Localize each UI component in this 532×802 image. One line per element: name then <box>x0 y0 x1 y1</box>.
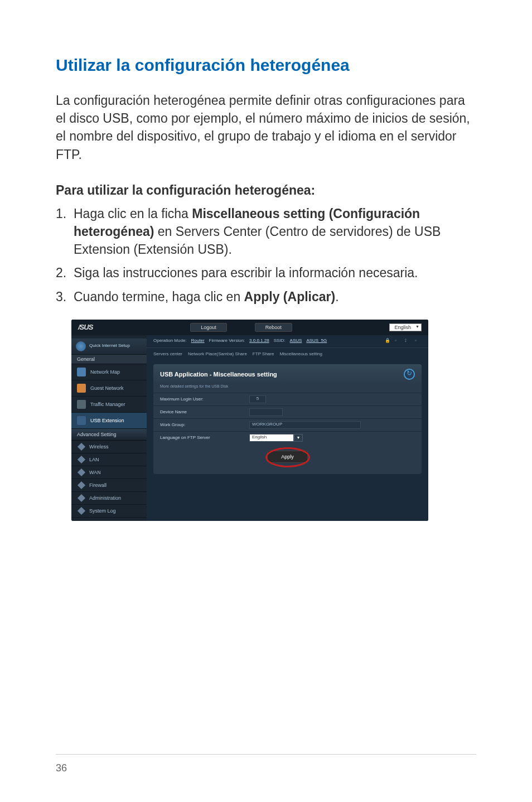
step-item: Siga las instrucciones para escribir la … <box>56 264 476 282</box>
input-max-login[interactable]: 5 <box>249 395 266 403</box>
step-bold: Apply (Aplicar) <box>244 289 336 304</box>
label-work-group: Work Group: <box>160 422 249 427</box>
sidebar-item-label: Traffic Manager <box>90 402 125 407</box>
sidebar-item-label: Firewall <box>89 482 107 488</box>
ssid-link[interactable]: ASUS <box>290 338 302 345</box>
lock-icon: 🔒 <box>385 338 391 345</box>
sidebar-item-label: Administration <box>89 495 121 501</box>
panel-title: USB Application - Miscellaneous setting <box>160 371 277 378</box>
step-text: . <box>335 289 338 304</box>
device-icon: ▫ <box>395 338 402 345</box>
sidebar-item-label: LAN <box>89 457 99 462</box>
sidebar-item-wan[interactable]: WAN <box>71 466 147 479</box>
printer-icon: ▫ <box>415 338 422 345</box>
op-mode-label: Operation Mode: <box>153 338 187 345</box>
wrench-icon <box>78 456 85 463</box>
sidebar-item-system-log[interactable]: System Log <box>71 505 147 518</box>
ss-main: Operation Mode: Router Firmware Version:… <box>147 335 428 521</box>
row-work-group: Work Group: WORKGROUP <box>153 418 422 431</box>
settings-panel: USB Application - Miscellaneous setting … <box>153 364 422 474</box>
globe-icon <box>76 341 86 351</box>
quick-setup-label: Quick Internet Setup <box>89 344 130 349</box>
sidebar-item-label: Wireless <box>89 444 109 450</box>
ssid-label: SSID: <box>274 338 286 345</box>
network-map-icon <box>77 368 86 376</box>
traffic-manager-icon <box>77 400 86 409</box>
step-text: Siga las instrucciones para escribir la … <box>74 265 418 280</box>
panel-subtitle: More detailed settings for the USB Disk <box>153 384 422 393</box>
row-max-login: Maximum Login User: 5 <box>153 393 422 405</box>
intro-paragraph: La configuración heterogénea permite def… <box>56 91 476 163</box>
sidebar-item-guest-network[interactable]: Guest Network <box>71 380 147 397</box>
wrench-icon <box>78 443 85 450</box>
footer-line <box>56 754 476 755</box>
status-icons: 🔒 ▫ ⟟ ▫ <box>385 338 422 345</box>
wrench-icon <box>78 482 85 489</box>
label-max-login: Maximum Login User: <box>160 397 249 402</box>
op-mode-link[interactable]: Router <box>191 338 205 345</box>
refresh-icon[interactable] <box>404 369 415 380</box>
info-bar: Operation Mode: Router Firmware Version:… <box>147 335 428 348</box>
select-ftp-language[interactable]: English <box>249 434 294 442</box>
sidebar-item-wireless[interactable]: Wireless <box>71 441 147 453</box>
chevron-down-icon[interactable]: ▼ <box>294 434 303 442</box>
reboot-button[interactable]: Reboot <box>255 323 292 332</box>
ssid-5g-link[interactable]: ASUS_5G <box>306 338 327 345</box>
row-device-name: Device Name <box>153 405 422 418</box>
sidebar-item-label: System Log <box>89 508 116 514</box>
sidebar-item-traffic-manager[interactable]: Traffic Manager <box>71 397 147 413</box>
sidebar-item-label: Network Map <box>90 369 120 375</box>
step-text: Haga clic en la ficha <box>74 206 192 221</box>
sidebar-item-firewall[interactable]: Firewall <box>71 479 147 492</box>
input-work-group[interactable]: WORKGROUP <box>249 421 361 429</box>
wrench-icon <box>78 469 85 476</box>
wrench-icon <box>78 495 85 501</box>
highlight-circle <box>265 447 310 467</box>
usb-icon: ⟟ <box>405 338 412 345</box>
label-ftp-language: Language on FTP Server <box>160 435 249 440</box>
advanced-section-label: Advanced Setting <box>71 429 147 441</box>
tab-bar: Servers center Network Place(Samba) Shar… <box>147 348 428 360</box>
sidebar-item-lan[interactable]: LAN <box>71 453 147 466</box>
tab-samba-share[interactable]: Network Place(Samba) Share <box>188 350 247 357</box>
usb-extension-icon <box>77 416 86 425</box>
step-item: Haga clic en la ficha Miscellaneous sett… <box>56 205 476 259</box>
sidebar-item-usb-extension[interactable]: USB Extension <box>71 413 147 429</box>
sidebar-item-administration[interactable]: Administration <box>71 492 147 505</box>
asus-logo: /SUS <box>78 323 93 331</box>
subsection-title: Para utilizar la configuración heterogén… <box>56 183 476 198</box>
sidebar-item-label: USB Extension <box>90 418 124 423</box>
label-device-name: Device Name <box>160 409 249 414</box>
row-ftp-language: Language on FTP Server English ▼ <box>153 431 422 444</box>
router-screenshot: /SUS Logout Reboot English Quick Interne… <box>71 320 428 521</box>
fw-label: Firmware Version: <box>209 338 245 345</box>
panel-header: USB Application - Miscellaneous setting <box>153 364 422 384</box>
input-device-name[interactable] <box>249 408 283 416</box>
section-title: Utilizar la configuración heterogénea <box>56 56 476 75</box>
quick-setup-button[interactable]: Quick Internet Setup <box>71 339 147 355</box>
step-list: Haga clic en la ficha Miscellaneous sett… <box>56 205 476 306</box>
step-text: Cuando termine, haga clic en <box>74 289 244 304</box>
sidebar-item-label: Guest Network <box>90 385 124 391</box>
guest-network-icon <box>77 384 86 393</box>
tab-misc-setting[interactable]: Miscellaneous setting <box>279 350 322 357</box>
ss-sidebar: Quick Internet Setup General Network Map… <box>71 335 147 521</box>
fw-link[interactable]: 3.0.0.1.28 <box>249 338 269 345</box>
language-select[interactable]: English <box>389 323 422 331</box>
ss-header-buttons: Logout Reboot <box>93 323 389 332</box>
general-section-label: General <box>71 355 147 364</box>
ss-body: Quick Internet Setup General Network Map… <box>71 335 428 521</box>
sidebar-item-label: WAN <box>89 470 101 475</box>
sidebar-item-network-map[interactable]: Network Map <box>71 364 147 380</box>
wrench-icon <box>78 508 85 514</box>
tab-servers-center[interactable]: Servers center <box>153 350 182 357</box>
step-item: Cuando termine, haga clic en Apply (Apli… <box>56 288 476 306</box>
tab-ftp-share[interactable]: FTP Share <box>253 350 274 357</box>
logout-button[interactable]: Logout <box>190 323 227 332</box>
apply-wrap: Apply <box>153 444 422 474</box>
ss-header: /SUS Logout Reboot English <box>71 320 428 335</box>
page-number: 36 <box>56 762 67 774</box>
